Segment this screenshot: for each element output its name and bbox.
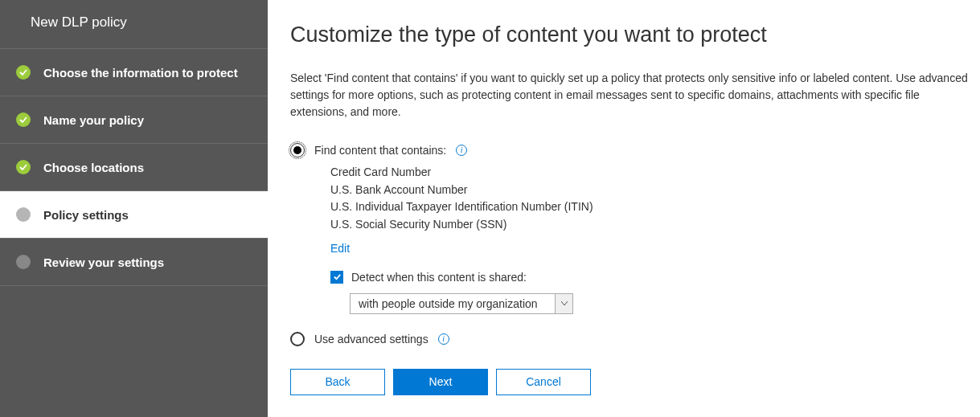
wizard-sidebar: New DLP policy Choose the information to… [0, 0, 268, 417]
list-item: U.S. Individual Taxpayer Identification … [330, 198, 974, 216]
step-label: Name your policy [43, 113, 144, 127]
step-label: Choose the information to protect [43, 66, 238, 80]
chevron-down-icon [555, 294, 572, 313]
select-value: with people outside my organization [351, 297, 555, 310]
edit-link[interactable]: Edit [330, 242, 350, 255]
check-circle-icon [16, 65, 31, 80]
share-scope-select[interactable]: with people outside my organization [350, 293, 573, 314]
step-dot-icon [16, 207, 31, 222]
checkbox-label: Detect when this content is shared: [351, 271, 527, 284]
sidebar-title: New DLP policy [0, 0, 268, 49]
list-item: U.S. Bank Account Number [330, 182, 974, 199]
step-choose-info[interactable]: Choose the information to protect [0, 49, 268, 96]
page-title: Customize the type of content you want t… [290, 22, 974, 47]
check-circle-icon [16, 112, 31, 127]
cancel-button[interactable]: Cancel [496, 369, 591, 395]
detect-shared-checkbox[interactable]: Detect when this content is shared: [330, 271, 974, 284]
step-name-policy[interactable]: Name your policy [0, 96, 268, 144]
radio-find-content[interactable]: Find content that contains: i [290, 143, 974, 157]
wizard-buttons: Back Next Cancel [290, 369, 974, 395]
page-description: Select 'Find content that contains' if y… [290, 70, 974, 121]
info-icon[interactable]: i [456, 145, 467, 156]
step-label: Review your settings [43, 256, 164, 269]
back-button[interactable]: Back [290, 369, 385, 395]
radio-icon [290, 332, 305, 346]
checkbox-checked-icon [330, 271, 343, 284]
check-circle-icon [16, 160, 31, 174]
step-label: Choose locations [43, 161, 144, 174]
sensitive-info-list: Credit Card Number U.S. Bank Account Num… [330, 164, 974, 266]
step-label: Policy settings [43, 208, 129, 222]
step-dot-icon [16, 255, 31, 269]
info-icon[interactable]: i [438, 333, 449, 345]
radio-advanced-settings[interactable]: Use advanced settings i [290, 332, 974, 346]
radio-label: Use advanced settings [314, 333, 428, 345]
radio-label: Find content that contains: [314, 144, 446, 157]
list-item: U.S. Social Security Number (SSN) [330, 216, 974, 234]
step-policy-settings[interactable]: Policy settings [0, 191, 268, 239]
step-review-settings[interactable]: Review your settings [0, 239, 268, 286]
step-choose-locations[interactable]: Choose locations [0, 144, 268, 191]
next-button[interactable]: Next [393, 369, 488, 395]
main-panel: Customize the type of content you want t… [268, 0, 980, 417]
radio-icon [290, 143, 305, 157]
list-item: Credit Card Number [330, 164, 974, 182]
